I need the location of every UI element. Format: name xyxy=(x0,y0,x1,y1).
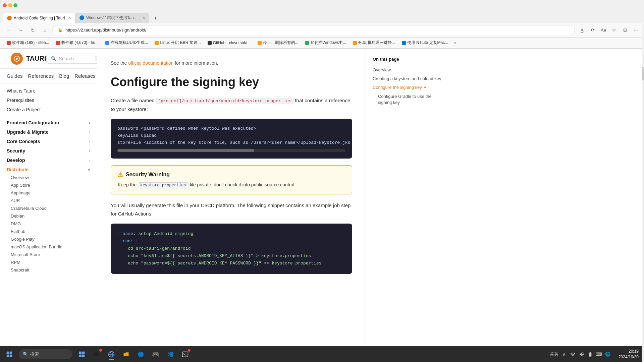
nav-link-blog[interactable]: Blog xyxy=(59,73,69,79)
refresh-button[interactable]: ⟳ xyxy=(588,26,597,35)
tab-close-1[interactable]: ✕ xyxy=(68,16,71,20)
sidebar-sub-app-store[interactable]: App Store xyxy=(0,181,97,189)
taskbar-app-widgets[interactable] xyxy=(75,348,89,361)
sidebar-section-distribute[interactable]: Distribute ∨ xyxy=(0,164,97,174)
new-tab-button[interactable]: + xyxy=(151,13,160,23)
bookmark-1[interactable]: 收件箱 (188) - stea... xyxy=(4,39,52,46)
bookmarks-more[interactable]: » xyxy=(452,40,459,46)
sidebar-section-core-concepts[interactable]: Core Concepts › xyxy=(0,136,97,145)
taskbar-tray: 英 英 ∧ ⌨ 🌐 xyxy=(546,350,614,358)
sidebar-sub-aur[interactable]: AUR xyxy=(0,197,97,204)
svg-rect-13 xyxy=(182,352,188,357)
close-window-button[interactable] xyxy=(3,3,7,7)
code-scrollbar-1[interactable] xyxy=(117,149,345,152)
tab-close-2[interactable]: ✕ xyxy=(142,16,145,20)
taskbar-app-gamepad[interactable]: 🎮 xyxy=(149,348,162,361)
terminal-notification-dot xyxy=(188,349,191,352)
sidebar-item-prerequisites[interactable]: Prerequisites xyxy=(0,96,97,105)
sidebar-sub-macos-bundle[interactable]: macOS Application Bundle xyxy=(0,243,97,251)
toc-item-configure-gradle[interactable]: Configure Gradle to use the signing key xyxy=(373,92,446,107)
bookmark-label-9: 使用 NTLite 定制Mac... xyxy=(407,40,448,46)
bookmark-9[interactable]: 使用 NTLite 定制Mac... xyxy=(399,39,451,46)
tray-volume-icon[interactable] xyxy=(578,350,586,358)
forward-button[interactable]: → xyxy=(16,25,25,35)
search-icon: 🔍 xyxy=(51,56,56,61)
translate-button[interactable]: A̲ xyxy=(578,26,586,35)
toc-title: On this page xyxy=(373,57,446,62)
bookmark-favicon-6 xyxy=(258,41,262,45)
main-content: See the official documentation for more … xyxy=(97,49,366,346)
sidebar-section-security[interactable]: Security › xyxy=(0,145,97,155)
tray-caret-icon[interactable]: ∧ xyxy=(560,350,568,358)
bookmark-6[interactable]: 停止、删除所有的... xyxy=(255,39,301,46)
site-search[interactable]: 🔍 Search Ctrl K xyxy=(46,54,97,64)
taskbar-search[interactable]: 🔍 搜索 xyxy=(19,349,72,359)
minimize-window-button[interactable] xyxy=(8,3,12,7)
tray-input-icon[interactable]: 🌐 xyxy=(604,350,612,358)
back-button[interactable]: ← xyxy=(4,25,13,35)
maximize-window-button[interactable] xyxy=(13,3,17,7)
sidebar-sub-appimage[interactable]: AppImage xyxy=(0,189,97,197)
sidebar-sub-microsoft-store[interactable]: Microsoft Store xyxy=(0,251,97,258)
bookmark-2[interactable]: 收件箱 (4,670) - hu... xyxy=(53,39,101,46)
browser-tab-2[interactable]: Windows11環境下使用Tauri2.0 安... ✕ xyxy=(75,13,149,23)
bookmark-3[interactable]: 在线随机UUID生成... xyxy=(103,39,151,46)
read-mode-button[interactable]: Aa xyxy=(599,26,608,35)
start-button[interactable] xyxy=(3,348,16,361)
toc-item-overview[interactable]: Overview xyxy=(373,66,446,74)
lang-icon: 英 xyxy=(554,352,558,357)
sidebar-sub-debian[interactable]: Debian xyxy=(0,212,97,220)
sidebar-section-frontend[interactable]: Frontend Configuration › xyxy=(0,117,97,127)
sidebar-sub-snapcraft[interactable]: Snapcraft xyxy=(0,266,97,274)
taskbar-app-browser[interactable] xyxy=(105,348,118,361)
taskbar-app-edge[interactable] xyxy=(134,348,148,361)
bookmark-5[interactable]: GitHub - cloverstd/t... xyxy=(205,40,254,46)
taskbar: 🔍 搜索 ✉ 🎮 xyxy=(0,346,644,362)
site-logo[interactable]: TAURI xyxy=(11,53,46,65)
nav-link-releases[interactable]: Releases xyxy=(74,73,96,79)
svg-rect-4 xyxy=(7,354,9,357)
address-bar[interactable]: 🔒 https://v2.tauri.app/distribute/sign/a… xyxy=(52,25,575,35)
reload-button[interactable]: ↻ xyxy=(28,25,38,35)
logo-text: TAURI xyxy=(26,55,46,62)
toc-active-arrow: ▼ xyxy=(423,85,427,90)
taskbar-lang-indicator[interactable]: 英 英 xyxy=(549,352,559,357)
taskbar-app-vscode[interactable] xyxy=(164,348,177,361)
toc-item-configure-signing[interactable]: Configure the signing key ▼ xyxy=(373,83,446,92)
sidebar-sub-dmg[interactable]: DMG xyxy=(0,220,97,228)
bookmark-4[interactable]: Linux 开启 BBR 加速... xyxy=(152,39,203,46)
tauri-logo-svg xyxy=(13,55,20,62)
tray-keyboard-icon[interactable]: ⌨ xyxy=(595,350,603,358)
sidebar-section-develop[interactable]: Develop › xyxy=(0,155,97,164)
sidebar-section-label: Distribute xyxy=(7,167,29,172)
bookmark-7[interactable]: 如何在Windows中... xyxy=(303,39,349,46)
toc-item-creating-keystore[interactable]: Creating a keystore and upload key xyxy=(373,74,446,83)
extensions-button[interactable]: ⋯ xyxy=(631,26,640,35)
sidebar-sub-overview[interactable]: Overview xyxy=(0,174,97,181)
nav-link-references[interactable]: References xyxy=(28,73,54,79)
tray-battery-icon[interactable] xyxy=(586,350,594,358)
favorite-button[interactable]: ☆ xyxy=(610,26,619,35)
browser-tab-1[interactable]: Android Code Signing | Tauri ✕ xyxy=(3,13,75,23)
sidebar-sub-google-play[interactable]: Google Play xyxy=(0,235,97,243)
sidebar-sub-rpm[interactable]: RPM xyxy=(0,258,97,266)
taskbar-app-file-explorer[interactable] xyxy=(119,348,133,361)
sidebar-item-create-project[interactable]: Create a Project xyxy=(0,105,97,114)
sidebar-sub-crabnebula[interactable]: CrabNebula Cloud xyxy=(0,204,97,212)
official-doc-link[interactable]: official documentation xyxy=(128,60,173,66)
nav-link-guides[interactable]: Guides xyxy=(7,73,23,79)
sidebar-sub-flathub[interactable]: Flathub xyxy=(0,228,97,235)
bookmark-label-4: Linux 开启 BBR 加速... xyxy=(160,40,201,46)
sidebar-item-what-is-tauri[interactable]: What is Tauri: xyxy=(0,86,97,96)
bookmark-8[interactable]: 分享]批处理一键静... xyxy=(350,39,397,46)
sidebar-item-label: Prerequisites xyxy=(7,98,34,103)
home-button[interactable]: ⌂ xyxy=(40,25,50,35)
taskbar-clock[interactable]: 20:19 2024/10/30 xyxy=(616,349,641,360)
sidebar-section-upgrade[interactable]: Upgrade & Migrate › xyxy=(0,127,97,136)
battery-icon xyxy=(588,352,593,357)
taskbar-app-mail[interactable]: ✉ xyxy=(90,348,103,361)
tray-network-icon[interactable] xyxy=(569,350,577,358)
taskbar-app-terminal[interactable] xyxy=(178,348,192,361)
collections-button[interactable]: ⊞ xyxy=(621,26,629,35)
logo-icon xyxy=(11,53,23,65)
